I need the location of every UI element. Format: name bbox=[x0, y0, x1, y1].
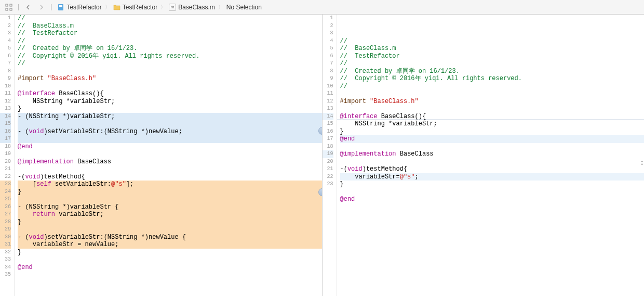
m-file-icon: m bbox=[169, 4, 176, 11]
left-pane[interactable]: 1234567891011121314151617181920212223242… bbox=[0, 15, 323, 296]
folder-icon bbox=[113, 4, 120, 11]
editor-split: 1234567891011121314151617181920212223242… bbox=[0, 15, 644, 296]
project-icon bbox=[57, 3, 64, 11]
breadcrumb-folder[interactable]: TestRefactor bbox=[111, 4, 159, 11]
svg-rect-4 bbox=[58, 4, 63, 10]
toolbar-separator: | bbox=[49, 4, 53, 11]
svg-rect-6 bbox=[59, 6, 62, 7]
chevron-right-icon: 〉 bbox=[105, 4, 110, 11]
toolbar: | | TestRefactor 〉 TestRefactor 〉 m Base… bbox=[0, 0, 644, 15]
breadcrumb-file[interactable]: m BaseClass.m bbox=[167, 4, 217, 11]
chevron-right-icon: 〉 bbox=[218, 4, 223, 11]
diff-divider bbox=[337, 120, 645, 120]
gutter-left: 1234567891011121314151617181920212223242… bbox=[0, 15, 15, 296]
related-items-icon[interactable] bbox=[3, 2, 15, 12]
svg-rect-1 bbox=[10, 4, 12, 6]
svg-rect-5 bbox=[59, 5, 62, 6]
breadcrumb-label: BaseClass.m bbox=[178, 4, 215, 11]
chevron-right-icon: 〉 bbox=[160, 4, 166, 11]
code-right[interactable]: //// BaseClass.m// TestRefactor//// Crea… bbox=[337, 15, 645, 296]
breadcrumb-label: No Selection bbox=[226, 4, 262, 11]
gutter-right: 1234567891011121314151617181920212223 bbox=[323, 15, 337, 296]
right-pane[interactable]: 1234567891011121314151617181920212223 //… bbox=[323, 15, 645, 296]
nav-forward-button[interactable] bbox=[36, 2, 47, 12]
svg-rect-0 bbox=[6, 4, 8, 6]
code-left[interactable]: //// BaseClass.m// TestRefactor//// Crea… bbox=[15, 15, 322, 296]
svg-rect-3 bbox=[10, 8, 12, 10]
svg-rect-2 bbox=[6, 8, 8, 10]
toolbar-separator: | bbox=[17, 4, 20, 11]
breadcrumb-label: TestRefactor bbox=[123, 4, 157, 11]
breadcrumb-project[interactable]: TestRefactor bbox=[55, 3, 103, 11]
nav-back-button[interactable] bbox=[22, 2, 34, 12]
breadcrumb: TestRefactor 〉 TestRefactor 〉 m BaseClas… bbox=[55, 3, 263, 11]
breadcrumb-label: TestRefactor bbox=[66, 4, 101, 11]
resize-grip[interactable] bbox=[640, 156, 644, 171]
breadcrumb-symbol[interactable]: No Selection bbox=[224, 4, 264, 11]
